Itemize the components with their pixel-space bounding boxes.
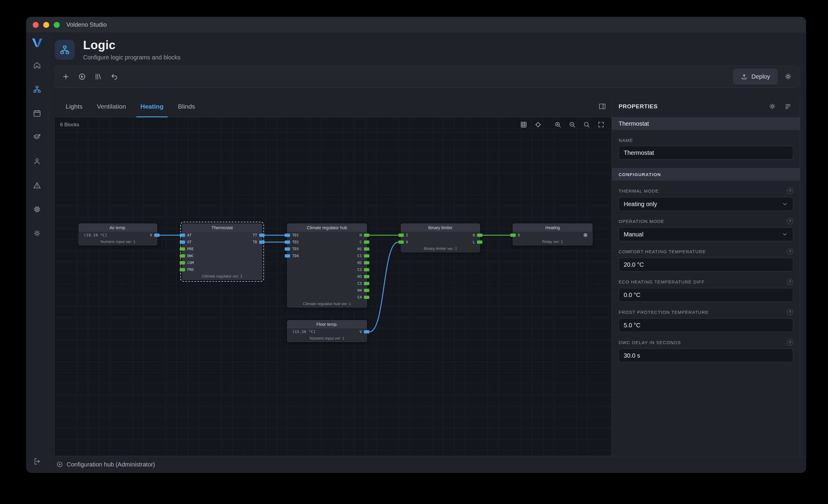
blocks-count: 6 Blocks bbox=[60, 122, 79, 128]
sidebar-item-home[interactable] bbox=[30, 58, 44, 72]
sidebar-item-logic[interactable] bbox=[30, 82, 44, 96]
input-port[interactable] bbox=[180, 261, 185, 264]
page-header: Logic Configure logic programs and block… bbox=[48, 33, 806, 65]
input-port[interactable] bbox=[180, 234, 185, 237]
comfort-heating-temperature-input[interactable] bbox=[619, 258, 793, 271]
tab-lights[interactable]: Lights bbox=[58, 96, 90, 117]
tab-heating[interactable]: Heating bbox=[133, 96, 171, 117]
output-port[interactable] bbox=[477, 240, 483, 244]
output-port[interactable] bbox=[364, 295, 369, 299]
input-port[interactable] bbox=[399, 240, 404, 244]
node-port-row: C2 bbox=[287, 266, 367, 273]
zoom-out-button[interactable] bbox=[567, 120, 577, 130]
input-port[interactable] bbox=[285, 254, 290, 257]
operation-mode-select[interactable]: Manual bbox=[619, 227, 793, 241]
input-port[interactable] bbox=[180, 268, 185, 271]
node-climate-regulator-hub[interactable]: Climate regulator hubTD1HTD2CTD3H1TD4C1H… bbox=[287, 223, 367, 307]
sidebar-item-users[interactable] bbox=[30, 154, 44, 168]
sidebar-item-logout[interactable] bbox=[30, 455, 44, 468]
target-button[interactable] bbox=[533, 120, 543, 130]
fullscreen-button[interactable] bbox=[596, 120, 606, 130]
zoom-window-button[interactable] bbox=[54, 22, 60, 28]
input-port[interactable] bbox=[180, 254, 185, 257]
help-icon[interactable]: ? bbox=[787, 339, 793, 346]
output-port[interactable] bbox=[364, 289, 369, 292]
node-thermostat[interactable]: ThermostatATTTOTTDPREDWCCOMPROClimate re… bbox=[182, 223, 262, 280]
output-port[interactable] bbox=[364, 234, 369, 237]
node-heating[interactable]: HeatingSRelay ver: 1 bbox=[513, 223, 592, 245]
help-icon[interactable]: ? bbox=[787, 188, 793, 194]
play-button[interactable] bbox=[74, 69, 90, 85]
help-icon[interactable]: ? bbox=[787, 309, 793, 315]
input-label: TD2 bbox=[292, 240, 299, 244]
input-port[interactable] bbox=[510, 234, 516, 237]
sidebar-item-devices[interactable] bbox=[30, 202, 44, 216]
eco-heating-temperature-diff-input[interactable] bbox=[619, 288, 793, 302]
deploy-button[interactable]: Deploy bbox=[733, 69, 778, 84]
sidebar-item-schedules[interactable] bbox=[30, 106, 44, 120]
output-label: H1 bbox=[358, 247, 362, 251]
help-icon[interactable]: ? bbox=[787, 218, 793, 224]
tab-ventilation[interactable]: Ventilation bbox=[90, 96, 133, 117]
output-port[interactable] bbox=[364, 330, 369, 333]
comfort-heating-temperature-value[interactable] bbox=[624, 261, 788, 268]
zoom-in-button[interactable] bbox=[552, 120, 563, 130]
node-port-row: COM bbox=[182, 259, 262, 266]
thermal-mode-select[interactable]: Heating only bbox=[619, 197, 793, 211]
name-input[interactable] bbox=[624, 150, 788, 156]
help-icon[interactable]: ? bbox=[787, 248, 793, 255]
output-port[interactable] bbox=[364, 282, 369, 285]
program-tabs-row: LightsVentilationHeatingBlinds bbox=[54, 96, 612, 117]
output-port[interactable] bbox=[364, 254, 369, 257]
output-port[interactable] bbox=[364, 240, 369, 244]
node-port-row: IO bbox=[401, 232, 480, 239]
output-port[interactable] bbox=[364, 247, 369, 251]
grid-button[interactable] bbox=[519, 120, 529, 130]
properties-gear-button[interactable] bbox=[767, 101, 778, 112]
output-port[interactable] bbox=[477, 234, 483, 237]
output-port[interactable] bbox=[364, 275, 369, 278]
sidebar-item-scenes[interactable] bbox=[30, 130, 44, 144]
dwc-delay-in-seconds-input[interactable] bbox=[619, 349, 793, 363]
input-label: DWC bbox=[187, 254, 194, 258]
dwc-delay-in-seconds-value[interactable] bbox=[624, 352, 788, 359]
close-window-button[interactable] bbox=[33, 22, 39, 28]
search-button[interactable] bbox=[581, 120, 592, 130]
output-port[interactable] bbox=[259, 240, 264, 244]
sidebar-item-alerts[interactable] bbox=[30, 178, 44, 192]
input-port[interactable] bbox=[285, 240, 290, 244]
node-air-temp[interactable]: Air temp.(19.19 °C)VNumeric input ver: 1 bbox=[79, 223, 157, 245]
output-port[interactable] bbox=[259, 234, 264, 237]
help-icon[interactable]: ? bbox=[787, 279, 793, 285]
minimize-window-button[interactable] bbox=[43, 22, 49, 28]
output-label: O bbox=[473, 233, 475, 237]
input-port[interactable] bbox=[180, 240, 185, 244]
node-port-row: TD3H1 bbox=[287, 245, 367, 252]
columns-button[interactable] bbox=[90, 69, 106, 85]
input-port[interactable] bbox=[285, 234, 290, 237]
output-port[interactable] bbox=[364, 268, 369, 271]
node-canvas[interactable]: 6 Blocks Air temp.(19.19 °C)VNumeric inp… bbox=[54, 117, 612, 456]
undo-button[interactable] bbox=[106, 69, 122, 85]
input-port[interactable] bbox=[180, 247, 185, 251]
output-label: H4 bbox=[358, 288, 362, 293]
output-port[interactable] bbox=[154, 234, 160, 237]
configuration-label: CONFIGURATION bbox=[619, 172, 661, 177]
frost-protection-temperature-value[interactable] bbox=[624, 322, 788, 329]
input-port[interactable] bbox=[399, 234, 404, 237]
node-binary-limiter[interactable]: Binary limiterIOVLBinary limiter ver: 1 bbox=[401, 223, 480, 252]
node-port-row: PRE bbox=[182, 245, 262, 252]
tab-blinds[interactable]: Blinds bbox=[171, 96, 202, 117]
deploy-settings-button[interactable] bbox=[781, 69, 796, 84]
frost-protection-temperature-input[interactable] bbox=[619, 318, 793, 332]
properties-list-button[interactable] bbox=[782, 101, 793, 112]
input-port[interactable] bbox=[285, 247, 290, 251]
sidebar-item-settings[interactable] bbox=[30, 226, 44, 240]
collapse-panel-button[interactable] bbox=[595, 100, 609, 113]
plus-button[interactable] bbox=[57, 69, 74, 85]
output-port[interactable] bbox=[364, 261, 369, 264]
node-floor-temp[interactable]: Floor temp.(15.56 °C)VNumeric input ver:… bbox=[287, 320, 367, 342]
fullscreen-icon bbox=[597, 121, 605, 128]
input-label: AT bbox=[187, 233, 192, 237]
eco-heating-temperature-diff-value[interactable] bbox=[624, 292, 788, 298]
